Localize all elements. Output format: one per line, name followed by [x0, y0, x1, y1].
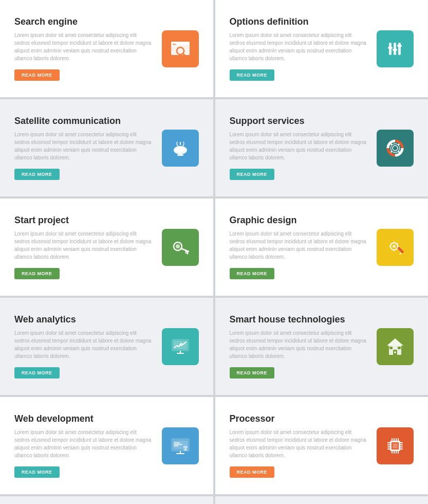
icon-box — [377, 30, 414, 67]
icon-box — [162, 130, 199, 167]
svg-point-25 — [176, 244, 180, 248]
card-title: Web development — [14, 413, 152, 424]
svg-rect-41 — [389, 347, 393, 349]
card-title: Options definition — [230, 16, 367, 27]
card-options-definition: Options definition Lorem ipsum dolor sit… — [215, 0, 429, 97]
read-more-button[interactable]: READ MORE — [14, 367, 60, 379]
read-more-button[interactable]: READ MORE — [230, 268, 275, 279]
card-desc: Lorem ipsum dolor sit amet consectetur a… — [230, 230, 367, 261]
card-support: Support services Lorem ipsum dolor sit a… — [215, 99, 429, 196]
svg-rect-9 — [388, 47, 393, 49]
read-more-button[interactable]: READ MORE — [230, 367, 275, 379]
graphic-design-icon — [384, 236, 406, 259]
svg-rect-15 — [177, 154, 183, 156]
card-desc: Lorem ipsum dolor sit amet consectetur a… — [14, 329, 152, 360]
svg-point-30 — [393, 245, 396, 248]
card-start-project: Start project Lorem ipsum dolor sit amet… — [0, 199, 213, 296]
card-desc: Lorem ipsum dolor sit amet consectetur a… — [14, 428, 152, 459]
svg-rect-8 — [398, 43, 401, 55]
card-desc: Lorem ipsum dolor sit amet consectetur a… — [230, 329, 367, 360]
read-more-button[interactable]: READ MORE — [14, 466, 60, 478]
read-more-button[interactable]: READ MORE — [14, 268, 60, 279]
card-title: Search engine — [14, 16, 152, 27]
svg-rect-11 — [397, 45, 402, 47]
icon-box — [162, 30, 199, 67]
satellite-icon — [169, 137, 192, 159]
svg-marker-32 — [399, 253, 402, 255]
processor-icon — [384, 435, 406, 457]
search-engine-icon — [169, 38, 192, 60]
options-icon — [384, 38, 406, 60]
svg-rect-31 — [397, 246, 404, 253]
card-web-analytics: Web analytics Lorem ipsum dolor sit amet… — [0, 298, 213, 395]
support-icon — [384, 137, 406, 159]
icon-box — [162, 229, 199, 266]
read-more-button[interactable]: READ MORE — [230, 169, 275, 180]
icon-box — [377, 130, 414, 167]
card-title: Graphic design — [230, 215, 367, 226]
icon-box — [162, 427, 199, 464]
card-title: Satellite communication — [14, 116, 152, 127]
read-more-button[interactable]: READ MORE — [230, 69, 275, 81]
icon-box — [377, 427, 414, 464]
key-icon — [169, 236, 192, 259]
icon-box — [377, 229, 414, 266]
card-title: Processor — [230, 413, 367, 424]
read-more-button[interactable]: READ MORE — [14, 69, 60, 81]
svg-rect-10 — [393, 49, 397, 51]
card-processor: Processor Lorem ipsum dolor sit amet con… — [215, 397, 429, 494]
main-grid: Search engine Lorem ipsum dolor sit amet… — [0, 0, 428, 504]
card-desc: Lorem ipsum dolor sit amet consectetur a… — [230, 131, 367, 161]
svg-rect-42 — [398, 347, 401, 349]
svg-point-5 — [173, 44, 174, 45]
read-more-button[interactable]: READ MORE — [14, 169, 60, 180]
web-development-icon — [169, 435, 192, 457]
card-desc: Lorem ipsum dolor sit amet consectetur a… — [230, 428, 367, 459]
card-smart-house: Smart house technologies Lorem ipsum dol… — [215, 298, 429, 395]
card-title: Support services — [230, 116, 367, 127]
smart-house-icon — [384, 335, 406, 358]
icon-box — [162, 328, 199, 365]
card-graphic-design: Graphic design Lorem ipsum dolor sit ame… — [215, 199, 429, 296]
card-social-media: Social media marketing Lorem ipsum dolor… — [0, 496, 213, 504]
icon-box — [377, 328, 414, 365]
card-desc: Lorem ipsum dolor sit amet consectetur a… — [14, 230, 152, 261]
card-desc: Lorem ipsum dolor sit amet consectetur a… — [14, 31, 152, 62]
card-desc: Lorem ipsum dolor sit amet consectetur a… — [14, 131, 152, 161]
svg-rect-57 — [393, 443, 398, 448]
card-desc: Lorem ipsum dolor sit amet consectetur a… — [230, 31, 367, 62]
card-search-engine: Search engine Lorem ipsum dolor sit amet… — [0, 0, 213, 97]
card-server: Server computing Lorem ipsum dolor sit a… — [215, 496, 429, 504]
card-web-development: Web development Lorem ipsum dolor sit am… — [0, 397, 213, 494]
read-more-button[interactable]: READ MORE — [230, 466, 275, 478]
card-title: Smart house technologies — [230, 314, 367, 325]
card-title: Web analytics — [14, 314, 152, 325]
svg-marker-38 — [387, 338, 403, 346]
web-analytics-icon — [169, 335, 192, 358]
card-satellite: Satellite communication Lorem ipsum dolo… — [0, 99, 213, 196]
svg-rect-52 — [183, 446, 188, 448]
card-title: Start project — [14, 215, 152, 226]
